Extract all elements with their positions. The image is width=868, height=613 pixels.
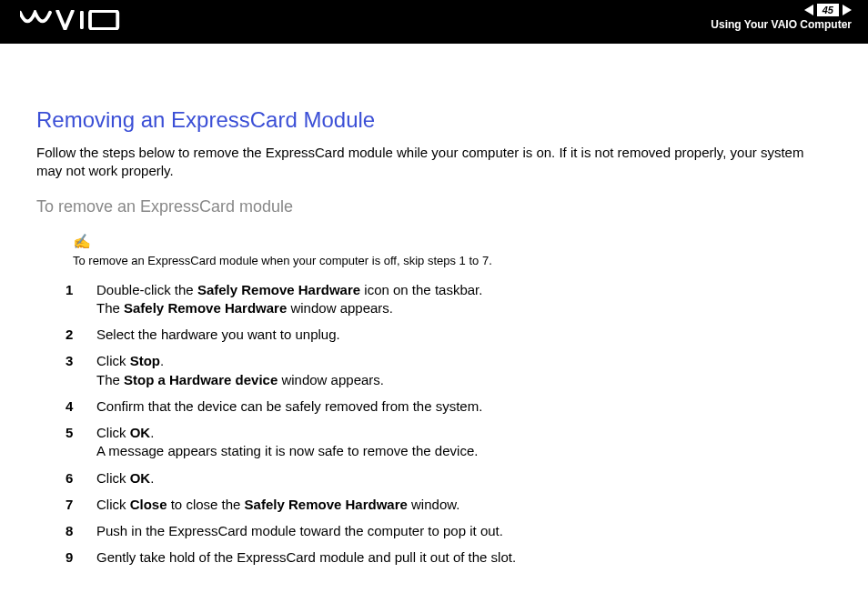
page-title: Removing an ExpressCard Module — [36, 107, 832, 133]
step-item: 2Select the hardware you want to unplug. — [66, 326, 832, 344]
step-number: 2 — [66, 326, 96, 344]
step-body: Click OK. — [96, 469, 832, 487]
note-text: To remove an ExpressCard module when you… — [73, 254, 492, 267]
step-item: 5Click OK.A message appears stating it i… — [66, 424, 832, 461]
page-number: 45 — [817, 4, 839, 16]
step-body: Click Close to close the Safely Remove H… — [96, 496, 832, 514]
step-number: 5 — [66, 424, 96, 461]
page-nav: 45 — [711, 4, 852, 16]
next-page-arrow-icon[interactable] — [843, 5, 852, 15]
step-body: Click Stop.The Stop a Hardware device wi… — [96, 352, 832, 389]
step-number: 8 — [66, 522, 96, 540]
step-number: 3 — [66, 352, 96, 389]
step-item: 7Click Close to close the Safely Remove … — [66, 496, 832, 514]
header-right: 45 Using Your VAIO Computer — [711, 4, 852, 31]
note-block: ✍ To remove an ExpressCard module when y… — [73, 233, 832, 268]
step-body: Select the hardware you want to unplug. — [96, 326, 832, 344]
step-body: Gently take hold of the ExpressCard modu… — [96, 548, 832, 567]
step-number: 1 — [66, 281, 96, 318]
step-number: 7 — [66, 496, 96, 514]
step-number: 9 — [66, 548, 96, 567]
step-body: Confirm that the device can be safely re… — [96, 397, 832, 416]
subtitle: To remove an ExpressCard module — [36, 197, 832, 216]
step-number: 4 — [66, 397, 96, 416]
step-body: Push in the ExpressCard module toward th… — [96, 522, 832, 540]
step-number: 6 — [66, 469, 96, 487]
prev-page-arrow-icon[interactable] — [804, 5, 813, 15]
page-content: Removing an ExpressCard Module Follow th… — [0, 44, 868, 594]
step-item: 9Gently take hold of the ExpressCard mod… — [66, 548, 832, 567]
note-icon: ✍ — [73, 233, 832, 250]
steps-list: 1Double-click the Safely Remove Hardware… — [66, 281, 832, 568]
step-item: 4Confirm that the device can be safely r… — [66, 397, 832, 416]
svg-rect-1 — [90, 11, 117, 29]
step-body: Double-click the Safely Remove Hardware … — [96, 281, 832, 318]
step-item: 1Double-click the Safely Remove Hardware… — [66, 281, 832, 318]
intro-paragraph: Follow the steps below to remove the Exp… — [36, 144, 832, 181]
section-label: Using Your VAIO Computer — [711, 18, 852, 31]
step-body: Click OK.A message appears stating it is… — [96, 424, 832, 461]
step-item: 3Click Stop.The Stop a Hardware device w… — [66, 352, 832, 389]
page-header: 45 Using Your VAIO Computer — [0, 0, 868, 44]
step-item: 8Push in the ExpressCard module toward t… — [66, 522, 832, 540]
step-item: 6Click OK. — [66, 469, 832, 487]
svg-rect-0 — [80, 11, 84, 29]
vaio-logo — [20, 9, 120, 31]
